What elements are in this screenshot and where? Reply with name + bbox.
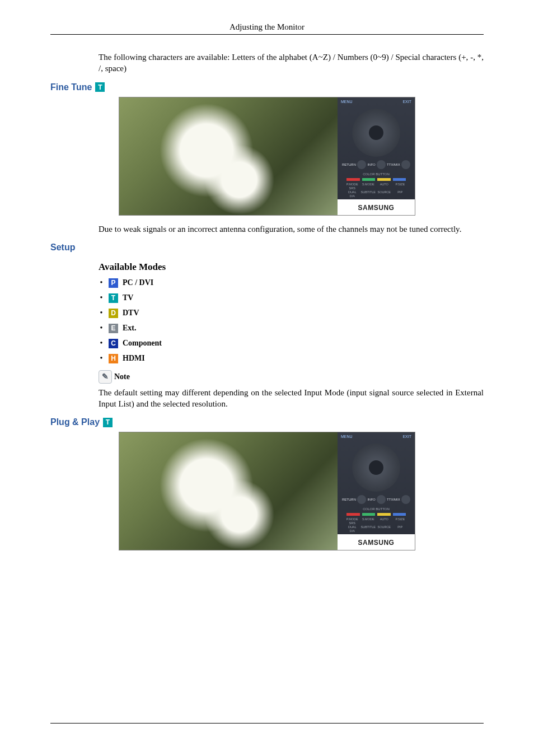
remote-grid-label: S.MODE xyxy=(360,517,377,521)
mode-list-item: DDTV xyxy=(99,309,484,318)
remote-return-label: RETURN xyxy=(342,498,356,501)
remote-button-icon xyxy=(377,160,386,169)
dtv-mode-icon: D xyxy=(109,309,118,318)
component-mode-icon: C xyxy=(109,339,118,348)
remote-menu-label: MENU xyxy=(341,435,353,441)
setup-heading: Setup xyxy=(50,242,484,253)
samsung-logo: SAMSUNG xyxy=(338,539,415,547)
remote-grid-label: SRS xyxy=(344,521,360,525)
intro-characters-text: The following characters are available: … xyxy=(50,52,484,74)
remote-ttx-label: TTX/MIX xyxy=(387,498,400,501)
remote-grid-label: D/A xyxy=(344,529,360,533)
fine-tune-description: Due to weak signals or an incorrect ante… xyxy=(50,223,484,235)
fine-tune-heading: Fine Tune T xyxy=(50,82,484,92)
remote-grid-label: P.MODE xyxy=(344,517,360,521)
remote-menu-label: MENU xyxy=(341,100,353,106)
remote-info-label: INFO xyxy=(367,498,375,501)
mode-list-item: PPC / DVI xyxy=(99,278,484,288)
setup-heading-text: Setup xyxy=(50,242,75,253)
remote-info-label: INFO xyxy=(367,163,375,166)
remote-grid-label xyxy=(360,186,377,190)
mode-list-item: HHDMI xyxy=(99,354,484,363)
remote-control-image: MENU EXIT RETURN INFO TTX/MIX COLOR BUTT… xyxy=(338,97,415,215)
remote-grid-label: AUTO xyxy=(376,517,392,521)
tv-mode-icon: T xyxy=(109,293,118,303)
remote-grid-label: PIP xyxy=(392,525,409,529)
remote-dpad xyxy=(352,109,400,157)
remote-grid-label: SUBTITLE xyxy=(360,525,377,529)
remote-color-row xyxy=(346,513,406,516)
remote-button-icon xyxy=(357,495,366,504)
mode-label: PC / DVI xyxy=(123,278,153,287)
remote-ttx-label: TTX/MIX xyxy=(387,163,400,166)
remote-color-label: COLOR BUTTON xyxy=(338,172,415,176)
remote-grid-label: PIP xyxy=(392,190,409,194)
remote-grid-label xyxy=(360,529,377,533)
remote-button-icon xyxy=(377,495,386,504)
remote-grid-label: SOURCE xyxy=(376,525,392,529)
tv-mode-icon: T xyxy=(95,82,105,92)
remote-grid-label xyxy=(376,194,392,198)
remote-grid-label: SRS xyxy=(344,186,360,190)
plug-and-play-figure: MENU EXIT RETURN INFO TTX/MIX COLOR BUTT… xyxy=(119,432,415,550)
mode-list-item: TTV xyxy=(99,293,484,303)
remote-dpad xyxy=(352,444,400,492)
note-icon: ✎ xyxy=(99,370,112,384)
mode-label: DTV xyxy=(123,309,139,318)
remote-grid-label xyxy=(392,529,409,533)
remote-grid-label: DUAL xyxy=(344,190,360,194)
header-rule xyxy=(50,34,484,35)
remote-button-grid: P.MODES.MODEAUTOP.SIZESRSDUALSUBTITLESOU… xyxy=(344,517,408,533)
remote-grid-label xyxy=(376,186,392,190)
remote-grid-label xyxy=(376,529,392,533)
remote-button-icon xyxy=(401,160,410,169)
tv-mode-icon: T xyxy=(103,418,113,427)
mode-list-item: EExt. xyxy=(99,324,484,333)
remote-grid-label: S.MODE xyxy=(360,183,377,186)
remote-color-row xyxy=(346,178,406,181)
hdmi-mode-icon: H xyxy=(109,354,118,363)
samsung-logo: SAMSUNG xyxy=(338,204,415,212)
remote-color-label: COLOR BUTTON xyxy=(338,507,415,511)
remote-grid-label: DUAL xyxy=(344,525,360,529)
plug-and-play-heading-text: Plug & Play xyxy=(50,417,100,427)
butterfly-image xyxy=(119,432,338,550)
fine-tune-heading-text: Fine Tune xyxy=(50,82,92,92)
mode-label: HDMI xyxy=(123,354,145,363)
remote-grid-label: AUTO xyxy=(376,183,392,186)
remote-grid-label: SUBTITLE xyxy=(360,190,377,194)
footer-rule xyxy=(50,723,484,724)
ext--mode-icon: E xyxy=(109,324,118,333)
fine-tune-figure: MENU EXIT RETURN INFO TTX/MIX COLOR BUTT… xyxy=(119,97,415,216)
note-label: Note xyxy=(114,372,130,381)
remote-grid-label: P.MODE xyxy=(344,183,360,186)
plug-and-play-heading: Plug & Play T xyxy=(50,417,484,427)
butterfly-image xyxy=(119,97,338,215)
remote-grid-label xyxy=(376,521,392,525)
pc-dvi-mode-icon: P xyxy=(109,278,118,288)
remote-grid-label xyxy=(360,194,377,198)
remote-control-image: MENU EXIT RETURN INFO TTX/MIX COLOR BUTT… xyxy=(338,432,415,550)
mode-label: Component xyxy=(123,339,162,348)
remote-grid-label: P.SIZE xyxy=(392,183,409,186)
mode-list-item: CComponent xyxy=(99,339,484,348)
remote-grid-label xyxy=(392,186,409,190)
remote-exit-label: EXIT xyxy=(402,100,411,106)
remote-grid-label: P.SIZE xyxy=(392,517,409,521)
remote-button-grid: P.MODES.MODEAUTOP.SIZESRSDUALSUBTITLESOU… xyxy=(344,183,408,198)
mode-label: Ext. xyxy=(123,324,137,333)
remote-grid-label: D/A xyxy=(344,194,360,198)
mode-label: TV xyxy=(123,293,133,302)
note-text: The default setting may different depend… xyxy=(50,387,484,410)
remote-return-label: RETURN xyxy=(342,163,356,166)
remote-grid-label xyxy=(392,194,409,198)
remote-button-icon xyxy=(401,495,410,504)
available-modes-heading: Available Modes xyxy=(50,262,484,273)
note-row: ✎ Note xyxy=(50,370,484,384)
page-header-title: Adjusting the Monitor xyxy=(50,22,484,32)
remote-grid-label xyxy=(392,521,409,525)
remote-button-icon xyxy=(357,160,366,169)
remote-grid-label: SOURCE xyxy=(376,190,392,194)
remote-exit-label: EXIT xyxy=(402,435,411,441)
remote-grid-label xyxy=(360,521,377,525)
